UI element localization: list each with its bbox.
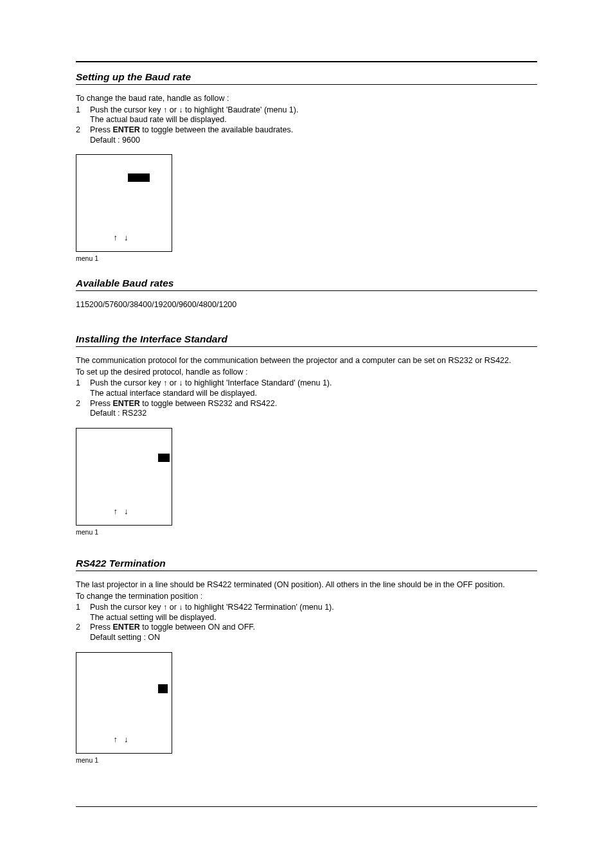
menu-diagram-baud: ↑↓ [76,154,172,252]
arrow-up-icon: ↑ [114,233,125,242]
arrow-up-icon: ↑ [114,506,125,516]
text: to toggle between RS232 and RS422. [140,399,277,408]
interface-intro2: To set up the desired protocol, handle a… [76,368,537,378]
text: The actual interface standard will be di… [90,389,257,398]
arrow-row: ↑↓ [76,233,172,242]
text: to highlight 'Interface Standard' (menu … [183,378,332,387]
baud-step-2: 2 Press ENTER to toggle between the avai… [76,125,537,145]
step-number: 2 [76,125,90,145]
menu-caption: menu 1 [76,528,537,536]
step-number: 2 [76,399,90,419]
text: or [167,603,179,612]
text: Press [90,623,112,632]
top-rule [76,61,537,62]
step-number: 1 [76,378,90,398]
interface-intro1: The communication protocol for the commu… [76,356,537,366]
text: Press [90,125,112,134]
text: Default setting : ON [90,633,160,642]
document-page: Setting up the Baud rate To change the b… [0,0,613,868]
enter-key: ENTER [112,623,139,632]
heading-available: Available Baud rates [76,278,537,291]
baud-steps: 1 Push the cursor key ↑ or ↓ to highligh… [76,105,537,146]
arrow-down-icon: ↓ [124,506,135,516]
menu-diagram-rs422: ↑↓ [76,652,172,754]
heading-baud: Setting up the Baud rate [76,71,537,85]
text: Default : 9600 [90,136,140,145]
text: to highlight 'Baudrate' (menu 1). [183,105,299,114]
step-number: 1 [76,603,90,623]
menu-diagram-interface: ↑↓ [76,428,172,526]
menu-caption: menu 1 [76,756,537,764]
arrow-row: ↑↓ [76,734,172,744]
text: Push the cursor key [90,378,163,387]
heading-interface: Installing the Interface Standard [76,333,537,347]
step-body: Press ENTER to toggle between RS232 and … [90,399,537,419]
text: The actual setting will be displayed. [90,613,217,622]
arrow-down-icon: ↓ [124,233,135,242]
text: Press [90,399,112,408]
highlight-chip [128,173,150,182]
text: The actual baud rate will be displayed. [90,115,227,124]
step-body: Push the cursor key ↑ or ↓ to highlight … [90,378,537,398]
step-number: 1 [76,105,90,125]
interface-step-1: 1 Push the cursor key ↑ or ↓ to highligh… [76,378,537,398]
enter-key: ENTER [112,399,139,408]
interface-step-2: 2 Press ENTER to toggle between RS232 an… [76,399,537,419]
text: Push the cursor key [90,603,163,612]
rs422-intro2: To change the termination position : [76,592,537,602]
menu-caption: menu 1 [76,254,537,262]
baud-intro: To change the baud rate, handle as follo… [76,94,537,104]
arrow-up-icon: ↑ [114,734,125,744]
baud-rates-list: 115200/57600/38400/19200/9600/4800/1200 [76,300,537,309]
highlight-chip [158,454,170,462]
arrow-row: ↑↓ [76,506,172,516]
text: or [167,105,179,114]
text: Push the cursor key [90,105,163,114]
step-body: Push the cursor key ↑ or ↓ to highlight … [90,105,537,125]
interface-steps: 1 Push the cursor key ↑ or ↓ to highligh… [76,378,537,419]
rs422-step-1: 1 Push the cursor key ↑ or ↓ to highligh… [76,603,537,623]
step-body: Push the cursor key ↑ or ↓ to highlight … [90,603,537,623]
heading-rs422: RS422 Termination [76,558,537,571]
arrow-down-icon: ↓ [124,734,135,744]
baud-step-1: 1 Push the cursor key ↑ or ↓ to highligh… [76,105,537,125]
enter-key: ENTER [112,125,139,134]
rs422-step-2: 2 Press ENTER to toggle between ON and O… [76,623,537,642]
step-body: Press ENTER to toggle between the availa… [90,125,537,145]
highlight-chip [158,684,168,693]
text: Default : RS232 [90,409,147,418]
text: or [167,378,179,387]
text: to highlight 'RS422 Termination' (menu 1… [183,603,334,612]
text: to toggle between the available baudrate… [140,125,293,134]
rs422-intro1: The last projector in a line should be R… [76,580,537,590]
bottom-rule [76,806,537,807]
step-body: Press ENTER to toggle between ON and OFF… [90,623,537,642]
text: to toggle between ON and OFF. [140,623,255,632]
rs422-steps: 1 Push the cursor key ↑ or ↓ to highligh… [76,603,537,643]
step-number: 2 [76,623,90,642]
